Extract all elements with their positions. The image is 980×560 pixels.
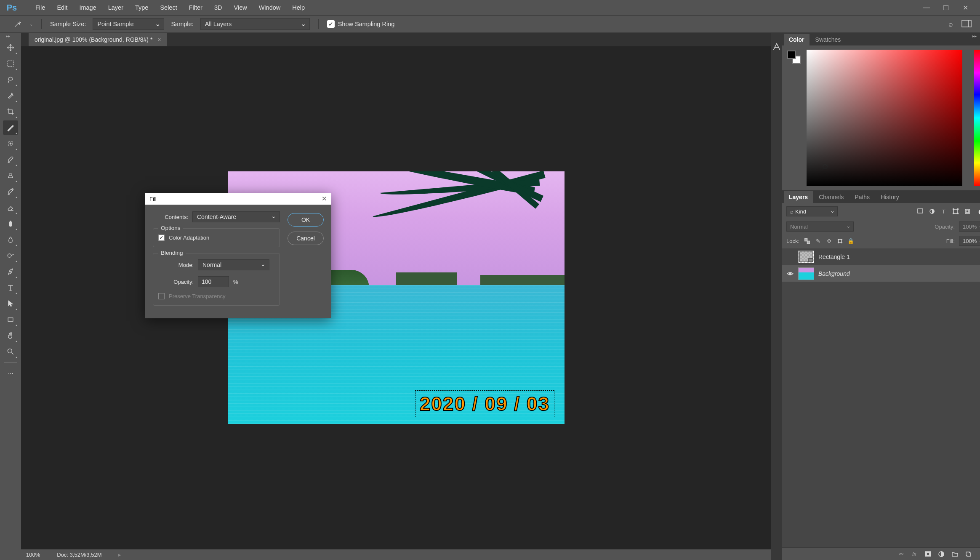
layer-name[interactable]: Background [818,270,975,277]
zoom-level[interactable]: 100% [26,552,40,558]
layer-opacity-input[interactable]: 100% [959,221,980,232]
marquee-tool[interactable] [3,56,18,71]
hand-tool[interactable] [3,328,18,343]
clone-stamp-tool[interactable] [3,168,18,183]
path-selection-tool[interactable] [3,296,18,311]
minimize-button[interactable]: — [923,4,930,11]
filter-adjustment-icon[interactable] [929,208,935,215]
history-brush-tool[interactable] [3,184,18,199]
lock-position-icon[interactable]: ✥ [826,237,832,244]
sample-dropdown[interactable]: All Layers [200,18,310,30]
blend-mode-dropdown[interactable]: Normal [786,221,854,232]
layer-row-background[interactable]: Background 🔒 [782,265,980,282]
lock-pixels-icon[interactable]: ✎ [815,237,821,244]
layer-visibility-toggle[interactable] [786,253,794,261]
panels-collapse-icon[interactable]: ▸▸ [972,34,977,38]
current-tool-icon[interactable] [13,19,23,29]
menu-filter[interactable]: Filter [183,0,208,15]
color-adaptation-checkbox[interactable]: ✓ Color Adaptation [158,235,274,241]
eraser-tool[interactable] [3,200,18,215]
link-layers-icon[interactable]: ⚯ [897,551,904,557]
pen-tool[interactable] [3,264,18,279]
chevron-down-icon[interactable]: ⌄ [29,22,33,27]
filter-shape-icon[interactable] [952,208,959,215]
gradient-tool[interactable] [3,216,18,231]
hue-slider[interactable] [974,50,980,186]
opacity-input[interactable] [198,276,229,287]
mode-dropdown[interactable]: Normal [198,259,269,270]
tab-channels[interactable]: Channels [814,191,849,203]
new-layer-icon[interactable] [965,551,972,557]
dialog-close-icon[interactable]: ✕ [322,195,327,203]
contents-dropdown[interactable]: Content-Aware [192,211,280,222]
dodge-tool[interactable] [3,248,18,263]
move-tool[interactable] [3,40,18,55]
menu-window[interactable]: Window [253,0,287,15]
dialog-titlebar[interactable]: Fill ✕ [145,193,331,205]
healing-brush-tool[interactable] [3,136,18,151]
color-field[interactable] [807,50,962,186]
new-group-icon[interactable] [951,551,958,557]
zoom-tool[interactable] [3,344,18,359]
panel-menu-icon[interactable]: ≡ [978,34,980,45]
doc-size-info[interactable]: Doc: 3,52M/3,52M [57,552,101,558]
document-tab[interactable]: original.jpg @ 100% (Background, RGB/8#)… [29,33,167,46]
menu-layer[interactable]: Layer [102,0,129,15]
lock-all-icon[interactable]: 🔒 [847,237,854,244]
new-adjustment-icon[interactable] [938,551,945,557]
layer-filter-dropdown[interactable]: ⌕Kind [786,206,838,216]
show-sampling-ring-checkbox[interactable]: ✓ Show Sampling Ring [327,20,395,28]
tab-swatches[interactable]: Swatches [810,34,846,45]
maximize-button[interactable]: ☐ [942,4,950,11]
magic-wand-tool[interactable] [3,88,18,103]
menu-help[interactable]: Help [286,0,311,15]
collapsed-panel-icon[interactable] [771,41,782,53]
sample-size-dropdown[interactable]: Point Sample [93,18,164,30]
foreground-background-swatch[interactable] [787,51,801,64]
layer-thumbnail[interactable] [798,267,814,280]
ok-button[interactable]: OK [288,213,324,227]
filter-type-icon[interactable]: T [940,208,947,215]
delete-layer-icon[interactable] [978,551,980,557]
filter-smartobject-icon[interactable] [964,208,971,215]
lasso-tool[interactable] [3,72,18,87]
toolbar-expand-icon[interactable]: ▸▸ [6,34,10,38]
layer-effects-icon[interactable]: fx [911,551,918,557]
menu-type[interactable]: Type [129,0,154,15]
search-icon[interactable]: ⌕ [948,20,953,29]
tab-paths[interactable]: Paths [850,191,875,203]
menu-file[interactable]: File [29,0,51,15]
menu-image[interactable]: Image [73,0,102,15]
lock-artboard-icon[interactable] [836,237,843,244]
eyedropper-tool[interactable] [3,120,18,135]
tab-history[interactable]: History [876,191,904,203]
layer-visibility-toggle[interactable] [786,270,794,277]
close-window-button[interactable]: ✕ [961,4,969,11]
rectangle-tool[interactable] [3,312,18,327]
cancel-button[interactable]: Cancel [288,232,324,245]
filter-pixel-icon[interactable] [917,208,924,215]
layer-thumbnail[interactable] [798,251,814,263]
panel-menu-icon[interactable]: ≡ [978,192,980,203]
foreground-color[interactable] [787,51,796,59]
type-tool[interactable] [3,280,18,295]
menu-select[interactable]: Select [154,0,183,15]
tab-layers[interactable]: Layers [784,191,813,203]
add-mask-icon[interactable] [924,551,931,557]
info-chevron-icon[interactable]: ▸ [118,552,121,558]
menu-view[interactable]: View [228,0,253,15]
close-tab-icon[interactable]: × [157,36,161,43]
layer-name[interactable]: Rectangle 1 [818,253,980,260]
edit-toolbar-icon[interactable]: ⋯ [3,366,18,380]
layer-row-rectangle[interactable]: Rectangle 1 [782,248,980,265]
crop-tool[interactable] [3,104,18,119]
workspace-switcher-icon[interactable] [961,20,972,29]
menu-edit[interactable]: Edit [51,0,73,15]
menu-3d[interactable]: 3D [208,0,228,15]
color-picker-cursor[interactable] [823,164,828,169]
layer-fill-input[interactable]: 100% [959,236,980,246]
blur-tool[interactable] [3,232,18,247]
brush-tool[interactable] [3,152,18,167]
tab-color[interactable]: Color [784,34,810,45]
lock-transparency-icon[interactable] [804,237,810,244]
